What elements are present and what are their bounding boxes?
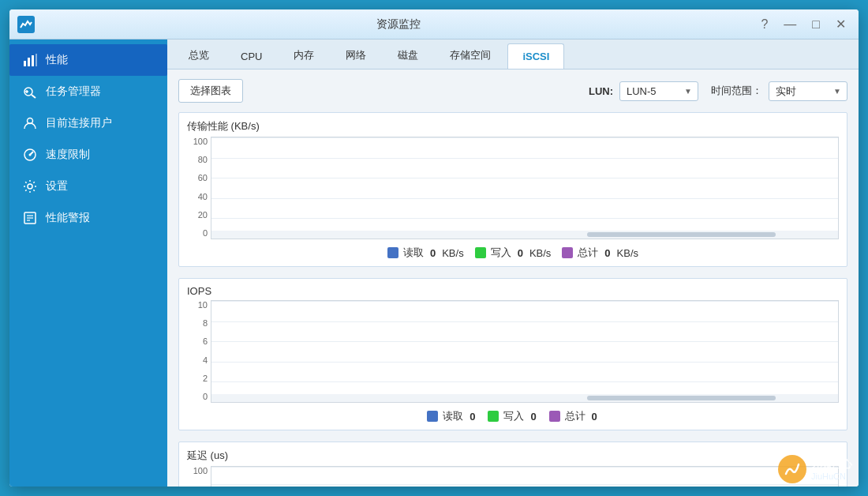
watermark-text-group: 九狐河心 JiuHuCN [811,457,852,481]
scroll-thumb [587,232,775,237]
legend-write-unit: KB/s [529,247,551,259]
help-button[interactable]: ? [756,17,773,32]
iops-chart-plot [211,300,839,403]
sidebar-item-performance[interactable]: 性能 [9,44,167,76]
settings-icon [22,178,38,194]
legend-read-value: 0 [430,247,436,259]
scroll-thumb [587,396,775,400]
sidebar-label-current-users: 目前连接用户 [46,116,112,130]
svg-rect-0 [24,61,26,66]
time-label: 时间范围： [711,84,762,98]
iops-legend-total-value: 0 [592,411,597,423]
legend-total-color [562,247,573,258]
time-select[interactable]: 实时 1小时 1天 1周 1个月 [769,81,847,101]
sidebar-item-speed-limit[interactable]: 速度限制 [9,139,167,171]
iops-legend-write: 写入 0 [488,409,537,423]
transfer-chart-title: 传输性能 (KB/s) [187,119,839,133]
tab-overview[interactable]: 总览 [174,41,224,69]
legend-write-label: 写入 [491,246,511,260]
transfer-chart-container: 传输性能 (KB/s) 100 80 60 40 20 0 [178,112,847,267]
tab-bar: 总览 CPU 内存 网络 磁盘 存储空间 iSCSI [167,39,859,70]
watermark-cn-text: 九狐河心 [811,457,852,472]
app-logo [17,16,35,33]
legend-total-label: 总计 [578,246,598,260]
transfer-chart-plot [211,137,839,239]
iops-legend-read-value: 0 [470,411,475,423]
tab-storage[interactable]: 存储空间 [435,41,506,69]
grid-line [211,198,838,199]
grid-line [211,158,838,159]
window-title: 资源监控 [41,17,756,32]
sidebar-item-task-manager[interactable]: 任务管理器 [9,76,167,107]
watermark-en-text: JiuHuCN [811,472,852,481]
latency-chart-plot [211,466,839,487]
sidebar: 性能 任务管理器 [9,39,167,487]
iops-chart-container: IOPS 10 8 6 4 2 0 [178,278,847,430]
svg-point-11 [29,154,32,156]
content-area[interactable]: 选择图表 LUN: LUN-1 LUN-2 LUN-3 LUN-4 LUN-5 [167,70,859,487]
iops-legend-read: 读取 0 [427,409,477,423]
task-manager-icon [22,84,38,100]
grid-line [211,484,838,485]
tab-memory[interactable]: 内存 [279,41,329,69]
latency-y-axis: 100 80 60 [187,466,211,487]
watermark: 九狐河心 JiuHuCN [778,455,852,483]
sidebar-item-current-users[interactable]: 目前连接用户 [9,107,167,139]
sidebar-item-settings[interactable]: 设置 [9,171,167,202]
iops-scrollbar[interactable] [211,394,838,402]
window-controls: ? — □ ✕ [756,17,851,32]
right-panel: 总览 CPU 内存 网络 磁盘 存储空间 iSCSI 选择图表 LUN: [167,39,859,487]
transfer-legend: 读取 0 KB/s 写入 0 KB/s 总计 [187,239,839,263]
iops-chart-area: 10 8 6 4 2 0 [187,300,839,403]
latency-chart-container: 延迟 (us) 100 80 60 [178,442,847,487]
grid-line [211,467,838,468]
iops-legend-write-value: 0 [530,411,536,423]
iops-legend-total-color [549,411,560,422]
sidebar-label-performance: 性能 [46,53,68,67]
iops-y-axis: 10 8 6 4 2 0 [187,300,211,403]
select-chart-button[interactable]: 选择图表 [178,79,243,103]
legend-write-color [475,247,486,258]
sidebar-label-speed-limit: 速度限制 [46,148,90,162]
iops-legend: 读取 0 写入 0 总计 0 [187,403,839,426]
time-select-wrapper: 实时 1小时 1天 1周 1个月 [769,81,847,101]
grid-line [211,137,838,138]
sidebar-item-perf-alert[interactable]: 性能警报 [9,202,167,234]
legend-read-color [387,247,398,258]
titlebar: 资源监控 ? — □ ✕ [9,9,859,39]
iops-legend-write-color [488,411,499,422]
legend-read: 读取 0 KB/s [387,246,464,260]
transfer-y-axis: 100 80 60 40 20 0 [187,137,211,239]
close-button[interactable]: ✕ [831,17,851,32]
svg-line-5 [32,95,36,98]
transfer-chart-area: 100 80 60 40 20 0 [187,137,839,239]
svg-point-12 [28,184,32,189]
maximize-button[interactable]: □ [807,17,825,32]
perf-alert-icon [22,210,38,226]
legend-total-value: 0 [604,247,610,259]
lun-select[interactable]: LUN-1 LUN-2 LUN-3 LUN-4 LUN-5 [619,81,698,101]
chart-scrollbar[interactable] [211,231,838,239]
sidebar-label-perf-alert: 性能警报 [46,211,90,225]
iops-legend-write-label: 写入 [503,409,524,423]
tab-cpu[interactable]: CPU [226,43,277,69]
sidebar-label-settings: 设置 [46,179,68,194]
tab-iscsi[interactable]: iSCSI [507,43,564,69]
grid-line [211,381,838,382]
svg-rect-2 [32,55,34,66]
grid-line [211,362,838,363]
main-window: 资源监控 ? — □ ✕ 性能 [9,9,859,487]
speed-limit-icon [22,147,38,163]
minimize-button[interactable]: — [779,17,801,32]
tab-network[interactable]: 网络 [331,41,381,69]
iops-chart-title: IOPS [187,285,839,297]
legend-read-label: 读取 [403,246,424,260]
grid-line [211,301,838,302]
iops-legend-total: 总计 0 [549,409,599,423]
toolbar-row: 选择图表 LUN: LUN-1 LUN-2 LUN-3 LUN-4 LUN-5 [178,79,847,103]
legend-total-unit: KB/s [617,247,638,259]
performance-icon [22,52,38,68]
legend-read-unit: KB/s [442,247,463,259]
main-content: 性能 任务管理器 [9,39,859,487]
tab-disk[interactable]: 磁盘 [383,41,433,69]
